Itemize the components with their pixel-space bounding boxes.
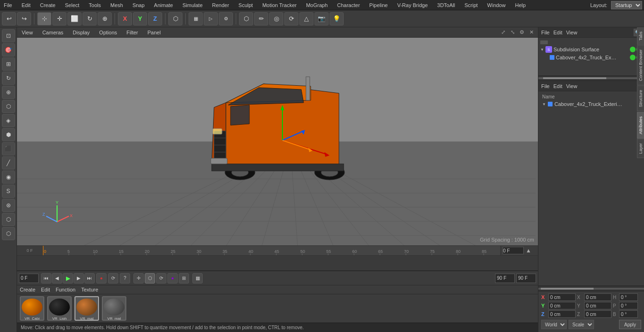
menu-file[interactable]: File — [2, 1, 14, 9]
redo-button[interactable]: ↪ — [17, 12, 31, 25]
undo-button[interactable]: ↩ — [2, 12, 16, 25]
mat-menu-create[interactable]: Create — [20, 287, 35, 292]
vp-icon-4[interactable]: ✕ — [528, 29, 535, 36]
left-btn-4[interactable]: ↻ — [2, 72, 15, 85]
shading-button[interactable]: ⬡ — [239, 12, 253, 25]
timeline-ruler[interactable]: 0 F 0 5 10 15 20 25 30 35 — [17, 245, 538, 256]
object-mode-button[interactable]: ⬡ — [168, 12, 182, 25]
coord-scroll-thumb[interactable] — [541, 288, 594, 290]
tab-layer[interactable]: Layer — [637, 139, 644, 158]
menu-select[interactable]: Select — [63, 1, 82, 9]
tab-content-browser[interactable]: Content Browser — [637, 45, 644, 85]
mat-menu-edit[interactable]: Edit — [41, 287, 50, 292]
camera-button[interactable]: 📷 — [314, 12, 329, 25]
goto-end-button[interactable]: ⏭ — [84, 273, 95, 283]
left-btn-10[interactable]: ╱ — [2, 156, 15, 170]
material-thumb-3[interactable]: VR_mat — [74, 296, 99, 321]
draw-button[interactable]: ✏ — [254, 12, 268, 25]
material-thumb-4[interactable]: VR_mat — [102, 296, 126, 321]
world-select[interactable]: World — [541, 320, 567, 329]
x-axis-button[interactable]: X — [118, 12, 132, 25]
key-grid-button[interactable]: ⊞ — [179, 273, 189, 283]
z-axis-button[interactable]: Z — [148, 12, 162, 25]
menu-motion-tracker[interactable]: Motion Tracker — [260, 1, 298, 9]
menu-snap[interactable]: Snap — [131, 1, 147, 9]
paint-button[interactable]: ◎ — [269, 12, 283, 25]
material-thumb-2[interactable]: VR_Ligh — [47, 296, 72, 321]
x-size-input[interactable] — [584, 293, 611, 301]
menu-help[interactable]: Help — [513, 1, 528, 9]
tab-attributes[interactable]: Attributes — [637, 112, 644, 138]
menu-sculpt[interactable]: Sculpt — [237, 1, 255, 9]
y-axis-button[interactable]: Y — [133, 12, 147, 25]
menu-mograph[interactable]: MoGraph — [304, 1, 330, 9]
left-btn-7[interactable]: ◈ — [2, 114, 15, 127]
h-rot-input[interactable] — [619, 293, 638, 301]
menu-pipeline[interactable]: Pipeline — [367, 1, 389, 9]
obj-visible-icon[interactable] — [630, 47, 636, 52]
obj-item-subdivision[interactable]: ▼ S Subdivision Surface — [538, 45, 644, 54]
vp-menu-filter[interactable]: Filter — [124, 29, 140, 36]
apply-button[interactable]: Apply — [619, 320, 641, 329]
y-size-input[interactable] — [584, 302, 611, 309]
left-btn-3[interactable]: ⊞ — [2, 57, 15, 71]
left-btn-12[interactable]: S — [2, 185, 15, 198]
layout-select[interactable]: Startup — [611, 1, 642, 9]
menu-script[interactable]: Script — [462, 1, 479, 9]
scroll-thumb[interactable] — [543, 77, 606, 79]
render-region-button[interactable]: ▦ — [189, 12, 203, 25]
rotate-button[interactable]: ↻ — [83, 12, 97, 25]
left-btn-15[interactable]: ⬡ — [2, 227, 15, 240]
start-frame-input[interactable] — [19, 274, 39, 283]
left-btn-1[interactable]: ⊡ — [2, 29, 15, 42]
obj-menu-edit[interactable]: Edit — [553, 30, 562, 35]
menu-animate[interactable]: Animate — [152, 1, 175, 9]
frame-input[interactable] — [503, 247, 524, 254]
z-size-input[interactable] — [584, 310, 611, 318]
preview-start-input[interactable] — [495, 274, 515, 283]
attr-menu-view[interactable]: View — [566, 83, 578, 89]
move-button[interactable]: ✛ — [52, 12, 66, 25]
play-button[interactable]: ▶ — [63, 273, 73, 283]
mat-menu-function[interactable]: Function — [56, 287, 75, 292]
mat-menu-texture[interactable]: Texture — [81, 287, 98, 292]
obj-menu-file[interactable]: File — [541, 30, 550, 35]
menu-character[interactable]: Character — [335, 1, 362, 9]
loop-button[interactable]: ⟳ — [108, 273, 118, 283]
obj-scroll-up[interactable] — [540, 40, 548, 44]
left-btn-9[interactable]: ⬛ — [2, 142, 15, 155]
menu-edit[interactable]: Edit — [20, 1, 33, 9]
left-btn-5[interactable]: ⊕ — [2, 86, 15, 99]
vp-icon-1[interactable]: ⤢ — [499, 29, 507, 36]
light-button[interactable]: 💡 — [330, 12, 344, 25]
tab-structure[interactable]: Structure — [637, 86, 644, 112]
schematic-button[interactable]: ▦ — [192, 273, 203, 283]
b-rot-input[interactable] — [619, 310, 638, 318]
y-pos-input[interactable] — [548, 302, 576, 309]
x-pos-input[interactable] — [548, 293, 576, 301]
prev-frame-button[interactable]: ◀ — [52, 273, 62, 283]
menu-3dtoall[interactable]: 3DToAll — [435, 1, 457, 9]
attr-menu-edit[interactable]: Edit — [553, 83, 562, 89]
record-button[interactable]: ● — [96, 273, 107, 283]
obj-item-mesh[interactable]: Cabover_4x2_Truck_Exterior_Only — [538, 54, 644, 61]
attr-menu-file[interactable]: File — [541, 83, 550, 89]
left-btn-13[interactable]: ⊛ — [2, 199, 15, 212]
left-btn-14[interactable]: ⬡ — [2, 213, 15, 226]
vp-menu-options[interactable]: Options — [97, 29, 119, 36]
vp-icon-2[interactable]: ⤡ — [509, 29, 516, 36]
menu-window[interactable]: Window — [485, 1, 507, 9]
menu-simulate[interactable]: Simulate — [181, 1, 205, 9]
vp-menu-view[interactable]: View — [20, 29, 35, 36]
select-mode-button[interactable]: ⊹ — [37, 12, 51, 25]
loop-button[interactable]: ⟳ — [284, 12, 298, 25]
render-active-button[interactable]: ▷ — [204, 12, 218, 25]
obj-menu-view[interactable]: View — [566, 30, 578, 35]
menu-create[interactable]: Create — [38, 1, 58, 9]
key-mode-button[interactable]: ✛ — [133, 273, 144, 283]
menu-vray[interactable]: V-Ray Bridge — [395, 1, 429, 9]
scale-button[interactable]: ⬜ — [67, 12, 82, 25]
vp-icon-3[interactable]: ⚙ — [518, 29, 526, 36]
transform-button[interactable]: ⊕ — [98, 12, 112, 25]
vp-menu-panel[interactable]: Panel — [146, 29, 163, 36]
